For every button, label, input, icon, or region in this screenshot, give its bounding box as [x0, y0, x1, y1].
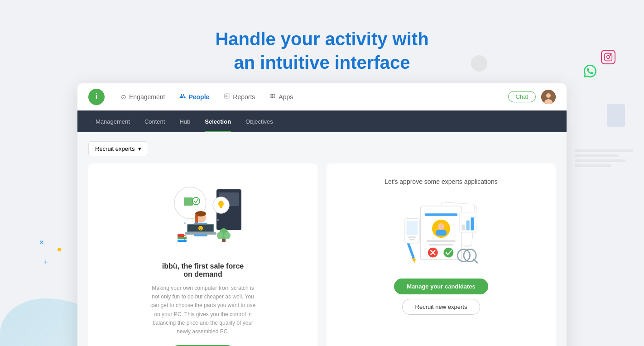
svg-point-11 — [192, 197, 200, 205]
card-left-description: Making your own computer from scratch is… — [149, 284, 257, 336]
decoration-cross: ✕ — [39, 239, 44, 246]
manage-candidates-button[interactable]: Manage your candidates — [394, 279, 488, 294]
nav-link-apps-label: Apps — [279, 93, 293, 101]
card-right-subtitle: Let's approve some experts applications — [384, 178, 497, 185]
headline-line1: Handle your activity with — [215, 29, 428, 49]
nav-link-engagement[interactable]: ⊙ Engagement — [115, 91, 170, 103]
svg-text:• • •: • • • — [192, 213, 196, 216]
svg-line-50 — [474, 259, 477, 263]
svg-rect-56 — [407, 221, 418, 235]
nav-links: ⊙ Engagement People Reports — [115, 90, 508, 103]
bg-side-rect — [607, 104, 625, 127]
svg-text:✕: ✕ — [216, 218, 220, 222]
svg-point-30 — [184, 222, 186, 224]
card-approve: Let's approve some experts applications — [327, 163, 556, 346]
svg-rect-41 — [429, 244, 454, 246]
svg-point-29 — [224, 232, 231, 239]
decoration-dot — [58, 248, 61, 251]
app-logo[interactable]: i — [88, 89, 105, 105]
bg-lines — [575, 149, 644, 169]
card-worker: ✕ • • • ibbù, the first sale force on de… — [88, 163, 317, 346]
engagement-icon: ⊙ — [121, 93, 126, 101]
svg-rect-10 — [184, 197, 193, 206]
headline-line2: an intuitive interface — [234, 53, 410, 72]
svg-point-22 — [198, 226, 203, 231]
svg-rect-54 — [471, 217, 474, 230]
user-avatar[interactable] — [541, 90, 556, 104]
cards-grid: ✕ • • • ibbù, the first sale force on de… — [88, 163, 556, 346]
svg-point-45 — [443, 248, 453, 258]
app-window: i ⊙ Engagement People Reports — [77, 83, 567, 346]
nav-link-people-label: People — [188, 93, 209, 101]
secondary-nav: Management Content Hub Selection Objecti… — [77, 111, 567, 132]
svg-rect-14 — [220, 207, 222, 208]
chevron-down-icon: ▾ — [138, 145, 141, 152]
svg-point-4 — [546, 93, 551, 98]
nav-link-reports[interactable]: Reports — [218, 90, 260, 103]
secondary-nav-content[interactable]: Content — [137, 111, 173, 132]
svg-rect-58 — [409, 239, 415, 240]
svg-point-13 — [218, 201, 224, 207]
chat-button[interactable]: Chat — [508, 91, 536, 102]
svg-rect-25 — [178, 237, 187, 239]
svg-rect-52 — [461, 225, 465, 231]
nav-link-people[interactable]: People — [174, 90, 215, 103]
top-nav-right: Chat — [508, 90, 556, 104]
secondary-nav-hub[interactable]: Hub — [172, 111, 197, 132]
content-area: Recruit experts ▾ — [77, 132, 567, 346]
top-nav: i ⊙ Engagement People Reports — [77, 83, 567, 111]
card-left-title: ibbù, the first sale force on demand — [162, 262, 244, 279]
svg-rect-39 — [436, 230, 447, 236]
people-icon — [179, 93, 186, 101]
svg-rect-53 — [466, 221, 469, 231]
secondary-nav-objectives[interactable]: Objectives — [238, 111, 280, 132]
nav-link-reports-label: Reports — [233, 93, 255, 101]
svg-rect-57 — [408, 236, 416, 238]
recruit-new-experts-button[interactable]: Recruit new experts — [402, 299, 481, 315]
svg-rect-46 — [406, 241, 415, 259]
approve-illustration — [396, 194, 486, 271]
svg-rect-24 — [178, 240, 187, 242]
svg-rect-40 — [427, 240, 456, 242]
svg-point-38 — [438, 223, 445, 230]
headline-area: Handle your activity with an intuitive i… — [0, 0, 644, 74]
svg-rect-36 — [425, 213, 458, 216]
svg-point-28 — [217, 232, 223, 239]
reports-icon — [224, 93, 230, 101]
recruit-experts-dropdown[interactable]: Recruit experts ▾ — [88, 141, 148, 156]
secondary-nav-selection[interactable]: Selection — [197, 111, 238, 132]
worker-illustration: ✕ • • • — [158, 178, 248, 255]
nav-link-engagement-label: Engagement — [129, 93, 165, 101]
decoration-plus: + — [43, 258, 48, 267]
headline: Handle your activity with an intuitive i… — [0, 27, 644, 74]
apps-icon — [269, 93, 276, 101]
nav-link-apps[interactable]: Apps — [264, 90, 298, 103]
secondary-nav-management[interactable]: Management — [88, 111, 137, 132]
svg-rect-19 — [185, 232, 216, 235]
dropdown-label: Recruit experts — [95, 145, 135, 152]
